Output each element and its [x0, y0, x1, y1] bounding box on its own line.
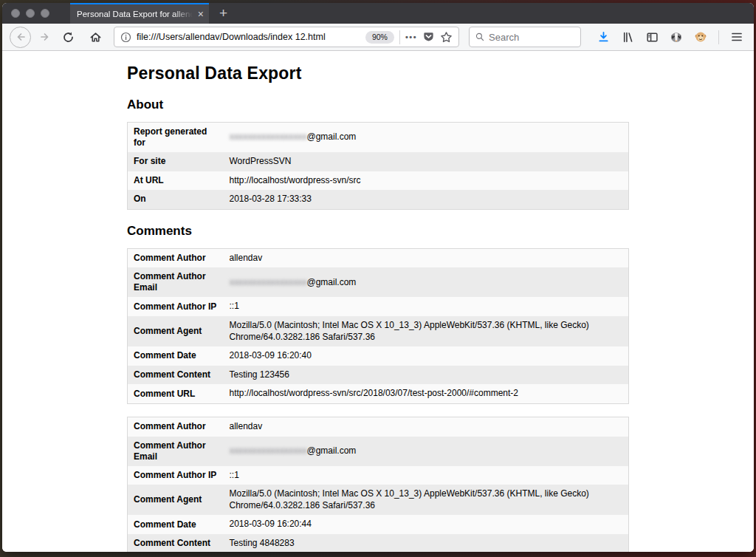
row-label: At URL: [128, 171, 225, 191]
sidebar-icon: [646, 31, 659, 44]
row-value: Testing 123456: [225, 366, 629, 385]
page-info-icon[interactable]: [120, 32, 131, 43]
page-actions-button[interactable]: •••: [405, 33, 417, 41]
data-table: Report generated for@gmail.comFor siteWo…: [127, 122, 629, 210]
row-label: Comment Author: [128, 248, 225, 267]
row-label: Comment Content: [128, 366, 225, 385]
email-suffix: @gmail.com: [306, 277, 356, 287]
row-label: On: [128, 190, 225, 209]
sidebar-toggle-button[interactable]: [642, 27, 662, 47]
email-suffix: @gmail.com: [306, 445, 356, 456]
table-row: Comment Date2018-03-09 16:20:44: [128, 515, 629, 534]
table-row: Report generated for@gmail.com: [128, 123, 629, 153]
row-label: For site: [128, 152, 225, 171]
navigation-toolbar: file:///Users/allendav/Downloads/index 1…: [2, 24, 754, 51]
row-label: Comment Agent: [128, 485, 225, 515]
redacted-email-prefix: [230, 131, 307, 142]
home-button[interactable]: [86, 28, 104, 46]
table-row: On2018-03-28 17:33:33: [128, 190, 629, 209]
download-icon: [597, 31, 610, 44]
monkey-extension-icon: [694, 30, 707, 44]
urlbar-separator: [399, 30, 400, 44]
toolbar-separator: [718, 30, 719, 44]
monkey-extension-button[interactable]: [691, 27, 710, 47]
row-value: Testing 4848283: [225, 534, 629, 552]
table-row: Comment ContentTesting 4848283: [128, 534, 629, 552]
new-tab-button[interactable]: +: [209, 3, 238, 24]
table-row: Comment Author IP::1: [128, 466, 629, 485]
tab-close-icon[interactable]: ×: [198, 9, 204, 19]
comments-heading: Comments: [127, 224, 629, 239]
tab-personal-data-export[interactable]: Personal Data Export for allendavids ×: [70, 3, 209, 24]
downloads-button[interactable]: [594, 27, 613, 47]
row-value: ::1: [225, 297, 629, 316]
table-row: For siteWordPressSVN: [128, 152, 629, 171]
back-button[interactable]: [10, 27, 31, 48]
table-row: Comment URLhttp://localhost/wordpress-sv…: [128, 384, 629, 403]
search-icon: [475, 32, 484, 42]
reload-icon: [62, 31, 75, 44]
reload-button[interactable]: [59, 28, 77, 46]
window-controls: [2, 3, 60, 24]
email-suffix: @gmail.com: [306, 131, 356, 142]
close-window-button[interactable]: [11, 9, 20, 18]
row-value: @gmail.com: [225, 437, 629, 466]
table-row: Comment AgentMozilla/5.0 (Macintosh; Int…: [128, 485, 629, 515]
table-row: Comment Author Email@gmail.com: [128, 437, 629, 466]
search-box[interactable]: [469, 27, 581, 47]
data-table: Comment AuthorallendavComment Author Ema…: [127, 417, 629, 552]
search-input[interactable]: [489, 32, 574, 43]
url-bar[interactable]: file:///Users/allendav/Downloads/index 1…: [114, 27, 459, 47]
home-icon: [89, 31, 102, 44]
row-label: Comment Agent: [128, 316, 225, 346]
url-text[interactable]: file:///Users/allendav/Downloads/index 1…: [137, 32, 360, 42]
row-value: Mozilla/5.0 (Macintosh; Intel Mac OS X 1…: [225, 485, 629, 515]
page-title: Personal Data Export: [127, 64, 629, 83]
badger-extension-button[interactable]: [667, 27, 686, 47]
table-row: Comment Authorallendav: [128, 248, 629, 267]
forward-button[interactable]: [36, 28, 54, 46]
back-arrow-icon: [15, 31, 27, 43]
library-icon: [622, 31, 634, 44]
page-viewport: Personal Data Export About Report genera…: [2, 51, 754, 552]
comments-tables-container: Comment AuthorallendavComment Author Ema…: [127, 248, 629, 552]
row-label: Comment Author IP: [128, 466, 225, 485]
hamburger-menu-icon: [731, 32, 743, 42]
row-label: Comment Author Email: [128, 267, 225, 297]
zoom-level-badge[interactable]: 90%: [365, 31, 394, 44]
minimize-window-button[interactable]: [26, 9, 35, 18]
row-label: Comment URL: [128, 384, 225, 403]
table-row: Comment AgentMozilla/5.0 (Macintosh; Int…: [128, 316, 629, 346]
redacted-email-prefix: [230, 277, 307, 287]
library-button[interactable]: [618, 27, 637, 47]
row-label: Comment Author Email: [128, 437, 225, 466]
about-table-container: Report generated for@gmail.comFor siteWo…: [127, 122, 629, 210]
table-row: Comment ContentTesting 123456: [128, 366, 629, 385]
maximize-window-button[interactable]: [41, 9, 49, 18]
row-label: Comment Author IP: [128, 297, 225, 316]
menu-button[interactable]: [727, 27, 746, 47]
table-row: Comment Author Email@gmail.com: [128, 267, 629, 297]
row-label: Comment Date: [128, 346, 225, 366]
row-value: 2018-03-09 16:20:44: [225, 515, 629, 534]
table-row: At URLhttp://localhost/wordpress-svn/src: [128, 171, 629, 191]
bookmark-star-icon[interactable]: [440, 31, 453, 44]
row-value: @gmail.com: [225, 123, 629, 153]
row-value: ::1: [225, 466, 629, 485]
row-value: allendav: [225, 248, 629, 267]
row-label: Comment Date: [128, 515, 225, 534]
row-value: Mozilla/5.0 (Macintosh; Intel Mac OS X 1…: [225, 316, 629, 346]
row-value: 2018-03-09 16:20:40: [225, 346, 629, 366]
row-value: allendav: [225, 417, 629, 436]
export-document: Personal Data Export About Report genera…: [127, 51, 629, 552]
row-label: Comment Content: [128, 534, 225, 552]
table-row: Comment Authorallendav: [128, 417, 629, 436]
row-value: WordPressSVN: [225, 152, 629, 171]
row-label: Comment Author: [128, 417, 225, 436]
row-value: http://localhost/wordpress-svn/src: [225, 171, 629, 191]
row-value: @gmail.com: [225, 267, 629, 297]
browser-window: Personal Data Export for allendavids × +: [2, 3, 754, 552]
tab-title: Personal Data Export for allendavids: [77, 10, 195, 18]
pocket-save-icon[interactable]: [422, 31, 435, 44]
table-row: Comment Date2018-03-09 16:20:40: [128, 346, 629, 366]
